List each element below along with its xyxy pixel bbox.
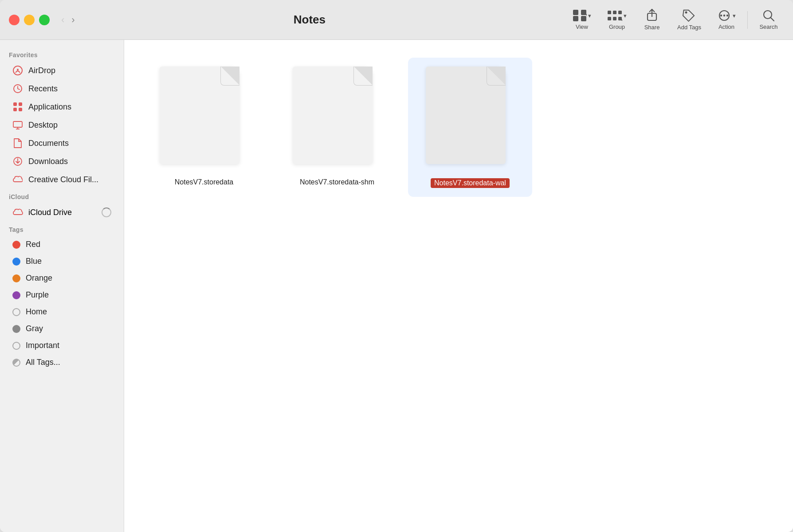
- sidebar-item-desktop[interactable]: Desktop: [4, 116, 120, 134]
- file-name-2: NotesV7.storedata-shm: [300, 178, 374, 186]
- share-label: Share: [644, 24, 660, 31]
- sidebar-item-recents[interactable]: Recents: [4, 80, 120, 98]
- toolbar: ‹ › Notes ▾ View: [0, 0, 793, 40]
- doc-shape-1: [160, 66, 239, 164]
- sidebar-tag-blue[interactable]: Blue: [4, 253, 120, 270]
- sidebar-item-documents[interactable]: Documents: [4, 134, 120, 152]
- all-tags-label: All Tags...: [26, 358, 60, 367]
- recents-icon: [12, 83, 23, 94]
- sidebar: Favorites AirDrop: [0, 40, 124, 532]
- group-icon: ▾: [607, 9, 627, 22]
- main-area: Favorites AirDrop: [0, 40, 793, 532]
- tags-section-label: Tags: [0, 222, 124, 236]
- purple-tag-dot: [12, 291, 20, 299]
- action-icon: ▾: [717, 9, 736, 22]
- svg-rect-6: [613, 11, 616, 14]
- svg-rect-22: [19, 102, 22, 106]
- home-tag-dot: [12, 308, 20, 316]
- red-tag-label: Red: [26, 240, 40, 249]
- home-tag-label: Home: [26, 307, 47, 317]
- svg-rect-5: [608, 17, 611, 20]
- search-label: Search: [759, 23, 777, 30]
- orange-tag-label: Orange: [26, 274, 52, 283]
- sidebar-tag-purple[interactable]: Purple: [4, 287, 120, 303]
- sidebar-applications-label: Applications: [28, 102, 71, 112]
- orange-tag-dot: [12, 274, 20, 282]
- desktop-icon: [12, 120, 23, 130]
- doc-shape-3: [426, 66, 506, 164]
- sidebar-item-applications[interactable]: Applications: [4, 98, 120, 116]
- sidebar-item-icloud-drive[interactable]: iCloud Drive: [4, 203, 120, 221]
- file-content-area: NotesV7.storedata NotesV7.storedata-shm …: [124, 40, 793, 532]
- window-controls: [9, 15, 50, 25]
- file-icon-2: [293, 66, 381, 173]
- svg-rect-4: [608, 11, 611, 14]
- file-item-1[interactable]: NotesV7.storedata: [142, 58, 266, 197]
- blue-tag-label: Blue: [26, 257, 42, 266]
- doc-shape-2: [293, 66, 373, 164]
- icloud-drive-icon: [12, 207, 23, 218]
- svg-rect-25: [13, 121, 22, 127]
- sidebar-tag-important[interactable]: Important: [4, 337, 120, 354]
- icloud-section-label: iCloud: [0, 189, 124, 203]
- svg-point-15: [726, 15, 728, 16]
- svg-rect-2: [573, 16, 578, 21]
- svg-rect-21: [13, 102, 17, 106]
- favorites-section-label: Favorites: [0, 47, 124, 61]
- sidebar-item-creative-cloud[interactable]: Creative Cloud Fil...: [4, 171, 120, 188]
- sidebar-item-downloads[interactable]: Downloads: [4, 153, 120, 170]
- svg-rect-0: [573, 10, 578, 15]
- sidebar-item-airdrop[interactable]: AirDrop: [4, 62, 120, 79]
- toolbar-actions: ▾ View ▾ Gro: [566, 5, 784, 34]
- file-icon-1: [160, 66, 248, 173]
- sidebar-all-tags[interactable]: All Tags...: [4, 354, 120, 371]
- red-tag-dot: [12, 241, 20, 249]
- icloud-loading-spinner: [102, 207, 111, 217]
- close-button[interactable]: [9, 15, 20, 25]
- downloads-icon: [12, 156, 23, 167]
- svg-point-11: [685, 12, 687, 14]
- sidebar-tag-gray[interactable]: Gray: [4, 321, 120, 337]
- blue-tag-dot: [12, 258, 20, 266]
- search-icon: [762, 9, 775, 22]
- search-button[interactable]: Search: [753, 6, 784, 34]
- view-button[interactable]: ▾ View: [566, 6, 597, 34]
- sidebar-downloads-label: Downloads: [28, 157, 68, 166]
- view-label: View: [576, 23, 588, 30]
- svg-point-19: [17, 69, 19, 70]
- sidebar-tag-red[interactable]: Red: [4, 236, 120, 253]
- svg-rect-24: [19, 108, 22, 111]
- file-icon-3: [426, 66, 514, 173]
- maximize-button[interactable]: [39, 15, 50, 25]
- svg-point-13: [720, 15, 722, 16]
- all-tags-dot: [12, 359, 20, 367]
- group-label: Group: [609, 23, 625, 30]
- share-button[interactable]: Share: [636, 5, 667, 34]
- documents-icon: [12, 138, 23, 149]
- svg-rect-23: [13, 108, 17, 111]
- share-icon: [646, 9, 658, 22]
- action-button[interactable]: ▾ Action: [711, 6, 742, 34]
- finder-window: ‹ › Notes ▾ View: [0, 0, 793, 532]
- sidebar-documents-label: Documents: [28, 139, 69, 148]
- sidebar-tag-orange[interactable]: Orange: [4, 270, 120, 286]
- svg-line-17: [771, 18, 774, 21]
- file-item-2[interactable]: NotesV7.storedata-shm: [275, 58, 399, 197]
- window-title: Notes: [53, 13, 566, 27]
- sidebar-desktop-label: Desktop: [28, 121, 58, 130]
- purple-tag-label: Purple: [26, 290, 49, 300]
- file-name-3[interactable]: NotesV7.storedata-wal: [431, 178, 510, 188]
- file-item-3[interactable]: NotesV7.storedata-wal: [408, 58, 532, 197]
- sidebar-recents-label: Recents: [28, 84, 58, 94]
- gray-tag-label: Gray: [26, 324, 43, 333]
- minimize-button[interactable]: [24, 15, 35, 25]
- applications-icon: [12, 102, 23, 112]
- add-tags-button[interactable]: Add Tags: [671, 5, 707, 34]
- gray-tag-dot: [12, 325, 20, 333]
- view-icon: ▾: [573, 9, 591, 22]
- important-tag-label: Important: [26, 341, 59, 350]
- sidebar-tag-home[interactable]: Home: [4, 304, 120, 320]
- sidebar-icloud-drive-label: iCloud Drive: [28, 208, 72, 217]
- svg-rect-7: [613, 17, 616, 20]
- group-button[interactable]: ▾ Group: [601, 6, 633, 34]
